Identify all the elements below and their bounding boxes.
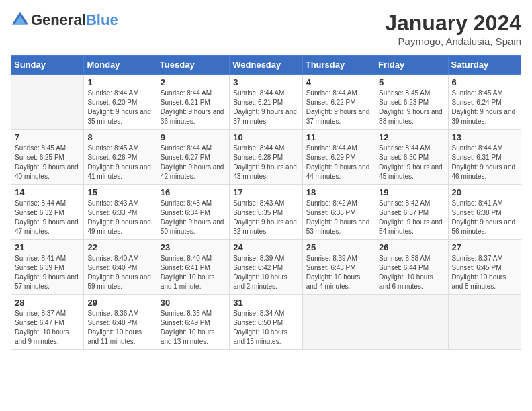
day-info: Sunrise: 8:42 AMSunset: 6:36 PMDaylight:… [306,199,371,236]
day-number: 11 [306,132,371,142]
day-number: 28 [15,298,80,308]
day-info: Sunrise: 8:41 AMSunset: 6:39 PMDaylight:… [15,254,80,291]
calendar-day-cell [448,295,521,350]
day-number: 10 [233,132,298,142]
month-year: January 2024 [385,11,521,36]
day-number: 27 [452,242,517,253]
page-header: GeneralBlue January 2024 Paymogo, Andalu… [11,11,521,47]
calendar-day-cell: 22Sunrise: 8:40 AMSunset: 6:40 PMDayligh… [84,240,157,295]
calendar-day-cell: 7Sunrise: 8:45 AMSunset: 6:25 PMDaylight… [11,130,84,185]
day-info: Sunrise: 8:37 AMSunset: 6:47 PMDaylight:… [15,309,80,347]
day-number: 25 [306,242,371,253]
calendar-day-cell: 9Sunrise: 8:44 AMSunset: 6:27 PMDaylight… [157,130,229,185]
location: Paymogo, Andalusia, Spain [385,36,521,47]
calendar-day-cell [302,295,375,350]
day-number: 3 [233,77,298,87]
calendar-day-cell: 14Sunrise: 8:44 AMSunset: 6:32 PMDayligh… [11,185,84,240]
calendar-day-cell: 11Sunrise: 8:44 AMSunset: 6:29 PMDayligh… [302,130,375,185]
weekday-header: Tuesday [157,56,229,75]
calendar-day-cell: 16Sunrise: 8:43 AMSunset: 6:34 PMDayligh… [157,185,229,240]
day-number: 19 [379,187,444,197]
day-number: 18 [306,187,371,197]
day-info: Sunrise: 8:39 AMSunset: 6:42 PMDaylight:… [233,254,298,291]
day-info: Sunrise: 8:42 AMSunset: 6:37 PMDaylight:… [379,199,444,236]
day-number: 22 [87,242,152,253]
day-info: Sunrise: 8:44 AMSunset: 6:29 PMDaylight:… [306,144,371,181]
day-info: Sunrise: 8:44 AMSunset: 6:28 PMDaylight:… [233,144,298,181]
day-info: Sunrise: 8:44 AMSunset: 6:22 PMDaylight:… [306,89,371,126]
calendar-day-cell: 8Sunrise: 8:45 AMSunset: 6:26 PMDaylight… [84,130,157,185]
day-info: Sunrise: 8:45 AMSunset: 6:26 PMDaylight:… [87,144,152,181]
day-number: 16 [161,187,226,197]
day-number: 5 [379,77,444,87]
day-info: Sunrise: 8:35 AMSunset: 6:49 PMDaylight:… [161,309,226,347]
logo-icon [11,11,30,30]
calendar-week-row: 14Sunrise: 8:44 AMSunset: 6:32 PMDayligh… [11,185,521,240]
title-block: January 2024 Paymogo, Andalusia, Spain [385,11,521,47]
day-info: Sunrise: 8:44 AMSunset: 6:31 PMDaylight:… [452,144,517,181]
day-info: Sunrise: 8:43 AMSunset: 6:34 PMDaylight:… [161,199,226,236]
logo-general: General [31,11,86,29]
day-number: 20 [452,187,517,197]
calendar-day-cell [11,75,84,130]
calendar-day-cell: 24Sunrise: 8:39 AMSunset: 6:42 PMDayligh… [230,240,302,295]
calendar-day-cell: 25Sunrise: 8:39 AMSunset: 6:43 PMDayligh… [302,240,375,295]
day-number: 1 [87,77,152,87]
calendar-day-cell: 13Sunrise: 8:44 AMSunset: 6:31 PMDayligh… [448,130,521,185]
calendar-day-cell: 15Sunrise: 8:43 AMSunset: 6:33 PMDayligh… [84,185,157,240]
calendar-day-cell: 12Sunrise: 8:44 AMSunset: 6:30 PMDayligh… [375,130,448,185]
calendar-day-cell: 30Sunrise: 8:35 AMSunset: 6:49 PMDayligh… [157,295,229,350]
day-number: 7 [15,132,80,142]
day-number: 12 [379,132,444,142]
calendar-week-row: 21Sunrise: 8:41 AMSunset: 6:39 PMDayligh… [11,240,521,295]
day-info: Sunrise: 8:44 AMSunset: 6:20 PMDaylight:… [87,89,152,126]
day-info: Sunrise: 8:44 AMSunset: 6:32 PMDaylight:… [15,199,80,236]
calendar-day-cell: 28Sunrise: 8:37 AMSunset: 6:47 PMDayligh… [11,295,84,350]
day-number: 2 [161,77,226,87]
calendar-day-cell: 23Sunrise: 8:40 AMSunset: 6:41 PMDayligh… [157,240,229,295]
day-info: Sunrise: 8:39 AMSunset: 6:43 PMDaylight:… [306,254,371,291]
day-info: Sunrise: 8:43 AMSunset: 6:35 PMDaylight:… [233,199,298,236]
calendar-week-row: 7Sunrise: 8:45 AMSunset: 6:25 PMDaylight… [11,130,521,185]
calendar-day-cell: 19Sunrise: 8:42 AMSunset: 6:37 PMDayligh… [375,185,448,240]
day-number: 31 [233,298,298,308]
calendar-day-cell: 29Sunrise: 8:36 AMSunset: 6:48 PMDayligh… [84,295,157,350]
day-info: Sunrise: 8:45 AMSunset: 6:25 PMDaylight:… [15,144,80,181]
day-info: Sunrise: 8:38 AMSunset: 6:44 PMDaylight:… [379,254,444,291]
day-info: Sunrise: 8:37 AMSunset: 6:45 PMDaylight:… [452,254,517,291]
day-info: Sunrise: 8:36 AMSunset: 6:48 PMDaylight:… [87,309,152,347]
calendar-day-cell: 18Sunrise: 8:42 AMSunset: 6:36 PMDayligh… [302,185,375,240]
calendar-day-cell: 21Sunrise: 8:41 AMSunset: 6:39 PMDayligh… [11,240,84,295]
day-info: Sunrise: 8:44 AMSunset: 6:30 PMDaylight:… [379,144,444,181]
weekday-header: Wednesday [230,56,302,75]
day-number: 17 [233,187,298,197]
calendar-day-cell: 10Sunrise: 8:44 AMSunset: 6:28 PMDayligh… [230,130,302,185]
day-number: 21 [15,242,80,253]
day-info: Sunrise: 8:34 AMSunset: 6:50 PMDaylight:… [233,309,298,347]
day-info: Sunrise: 8:40 AMSunset: 6:40 PMDaylight:… [87,254,152,291]
weekday-header-row: SundayMondayTuesdayWednesdayThursdayFrid… [11,56,521,75]
day-number: 8 [87,132,152,142]
weekday-header: Saturday [448,56,521,75]
day-number: 23 [161,242,226,253]
day-number: 29 [87,298,152,308]
calendar-day-cell: 2Sunrise: 8:44 AMSunset: 6:21 PMDaylight… [157,75,229,130]
calendar-day-cell: 4Sunrise: 8:44 AMSunset: 6:22 PMDaylight… [302,75,375,130]
day-info: Sunrise: 8:44 AMSunset: 6:27 PMDaylight:… [161,144,226,181]
calendar-day-cell: 17Sunrise: 8:43 AMSunset: 6:35 PMDayligh… [230,185,302,240]
day-number: 6 [452,77,517,87]
day-info: Sunrise: 8:45 AMSunset: 6:24 PMDaylight:… [452,89,517,126]
day-number: 15 [87,187,152,197]
weekday-header: Monday [84,56,157,75]
day-number: 14 [15,187,80,197]
calendar-day-cell: 20Sunrise: 8:41 AMSunset: 6:38 PMDayligh… [448,185,521,240]
calendar-table: SundayMondayTuesdayWednesdayThursdayFrid… [11,55,521,350]
calendar-day-cell: 27Sunrise: 8:37 AMSunset: 6:45 PMDayligh… [448,240,521,295]
weekday-header: Thursday [302,56,375,75]
weekday-header: Sunday [11,56,84,75]
day-number: 26 [379,242,444,253]
calendar-day-cell: 31Sunrise: 8:34 AMSunset: 6:50 PMDayligh… [230,295,302,350]
weekday-header: Friday [375,56,448,75]
day-info: Sunrise: 8:45 AMSunset: 6:23 PMDaylight:… [379,89,444,126]
calendar-day-cell: 3Sunrise: 8:44 AMSunset: 6:21 PMDaylight… [230,75,302,130]
